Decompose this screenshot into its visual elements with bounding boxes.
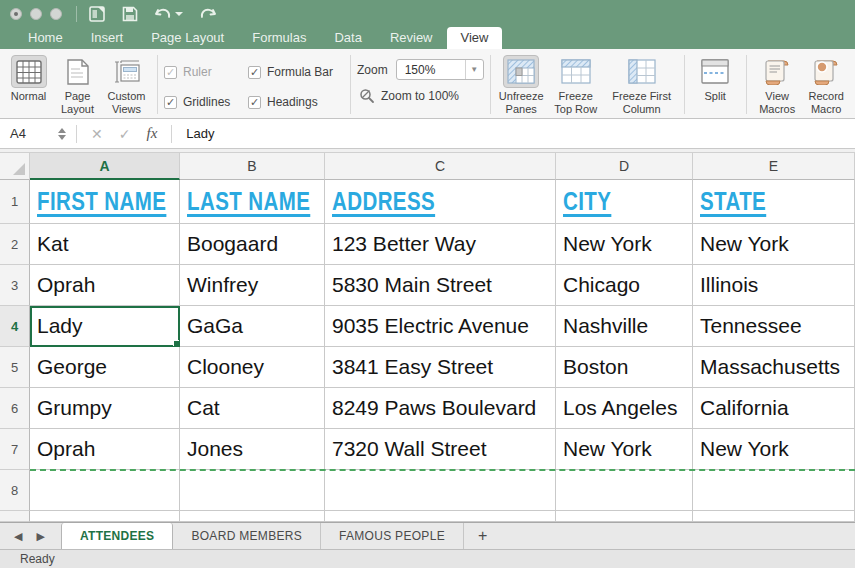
cell-d8[interactable] [556,470,693,511]
redo-button[interactable] [199,7,217,21]
enter-icon[interactable]: ✓ [111,126,139,142]
cell-e6[interactable]: California [693,388,855,429]
cell-e1[interactable]: STATE [693,180,855,224]
tab-page-layout[interactable]: Page Layout [137,27,238,49]
cell-c7[interactable]: 7320 Wall Street [325,429,556,470]
sheet-nav-right-icon[interactable]: ▶ [36,530,44,543]
cell-b4[interactable]: GaGa [180,306,325,347]
cell-c8[interactable] [325,470,556,511]
cell-c2[interactable]: 123 Better Way [325,224,556,265]
undo-button[interactable] [154,7,183,21]
undo-dropdown-caret[interactable] [175,12,183,16]
minimize-window-button[interactable] [30,8,42,20]
custom-views-button[interactable]: CustomViews [102,53,151,115]
sheet-tab-famous-people[interactable]: FAMOUS PEOPLE [321,523,464,549]
cell-b8[interactable] [180,470,325,511]
close-window-button[interactable] [10,8,22,20]
cell-c5[interactable]: 3841 Easy Street [325,347,556,388]
cell-d3[interactable]: Chicago [556,265,693,306]
cell-e3[interactable]: Illinois [693,265,855,306]
new-workbook-icon[interactable] [89,6,106,22]
cell-d5[interactable]: Boston [556,347,693,388]
view-macros-button[interactable]: ViewMacros [753,53,802,115]
cell-b3[interactable]: Winfrey [180,265,325,306]
row-header-5[interactable]: 5 [0,347,30,388]
cell-a3[interactable]: Oprah [30,265,180,306]
chevron-down-icon[interactable]: ▼ [465,60,483,79]
formula-bar-checkbox[interactable]: ✓ Formula Bar [248,65,344,79]
cell-b2[interactable]: Boogaard [180,224,325,265]
tab-insert[interactable]: Insert [77,27,138,49]
row-header-2[interactable]: 2 [0,224,30,265]
cell-c9[interactable] [325,511,556,522]
row-header-7[interactable]: 7 [0,429,30,470]
record-macro-button[interactable]: RecordMacro [802,53,851,115]
zoom-dropdown[interactable]: 150% ▼ [396,59,484,80]
cell-d6[interactable]: Los Angeles [556,388,693,429]
cell-d1[interactable]: CITY [556,180,693,224]
zoom-to-100-button[interactable]: Zoom to 100% [357,88,484,104]
split-button[interactable]: Split [691,53,740,116]
cell-a8[interactable] [30,470,180,511]
insert-function-icon[interactable]: fx [138,125,165,142]
page-layout-view-button[interactable]: PageLayout [53,53,102,115]
column-header-d[interactable]: D [556,153,693,180]
cell-c4[interactable]: 9035 Electric Avenue [325,306,556,347]
column-header-e[interactable]: E [693,153,855,180]
cancel-icon[interactable]: ✕ [83,126,111,142]
cell-a7[interactable]: Oprah [30,429,180,470]
name-box[interactable]: A4 [0,126,70,141]
cell-e8[interactable] [693,470,855,511]
freeze-first-column-button[interactable]: Freeze FirstColumn [606,53,678,115]
cell-b6[interactable]: Cat [180,388,325,429]
cell-a2[interactable]: Kat [30,224,180,265]
row-header-3[interactable]: 3 [0,265,30,306]
cell-a6[interactable]: Grumpy [30,388,180,429]
cell-c1[interactable]: ADDRESS [325,180,556,224]
save-icon[interactable] [122,6,138,22]
column-header-a[interactable]: A [30,153,180,180]
gridlines-checkbox[interactable]: ✓ Gridlines [164,95,248,109]
tab-review[interactable]: Review [376,27,447,49]
row-header-1[interactable]: 1 [0,180,30,224]
cell-b5[interactable]: Clooney [180,347,325,388]
cell-a1[interactable]: FIRST NAME [30,180,180,224]
cell-a4-selected[interactable]: Lady [30,306,180,347]
sheet-tab-board-members[interactable]: BOARD MEMBERS [173,523,321,549]
sheet-tab-attendees[interactable]: ATTENDEES [61,523,173,549]
tab-home[interactable]: Home [14,27,77,49]
cell-d9[interactable] [556,511,693,522]
cell-e5[interactable]: Massachusetts [693,347,855,388]
ruler-checkbox[interactable]: ✓ Ruler [164,65,248,79]
row-header-4[interactable]: 4 [0,306,30,347]
tab-data[interactable]: Data [320,27,375,49]
zoom-window-button[interactable] [50,8,62,20]
cell-b9[interactable] [180,511,325,522]
cell-c3[interactable]: 5830 Main Street [325,265,556,306]
row-header-9[interactable] [0,511,30,522]
cell-a5[interactable]: George [30,347,180,388]
unfreeze-panes-button[interactable]: UnfreezePanes [497,53,546,115]
headings-checkbox[interactable]: ✓ Headings [248,95,344,109]
tab-formulas[interactable]: Formulas [238,27,320,49]
normal-view-button[interactable]: Normal [4,53,53,103]
cell-d7[interactable]: New York [556,429,693,470]
column-header-b[interactable]: B [180,153,325,180]
cell-e4[interactable]: Tennessee [693,306,855,347]
formula-input[interactable]: Lady [178,126,214,141]
cell-b1[interactable]: LAST NAME [180,180,325,224]
cell-d2[interactable]: New York [556,224,693,265]
cell-e7[interactable]: New York [693,429,855,470]
freeze-top-row-button[interactable]: FreezeTop Row [546,53,606,115]
cell-d4[interactable]: Nashville [556,306,693,347]
sheet-nav-left-icon[interactable]: ◀ [14,530,22,543]
cell-e9[interactable] [693,511,855,522]
cell-c6[interactable]: 8249 Paws Boulevard [325,388,556,429]
row-header-6[interactable]: 6 [0,388,30,429]
select-all-button[interactable] [0,153,30,180]
cell-b7[interactable]: Jones [180,429,325,470]
cell-e2[interactable]: New York [693,224,855,265]
row-header-8[interactable]: 8 [0,470,30,511]
cell-a9[interactable] [30,511,180,522]
add-sheet-button[interactable]: + [464,523,501,549]
